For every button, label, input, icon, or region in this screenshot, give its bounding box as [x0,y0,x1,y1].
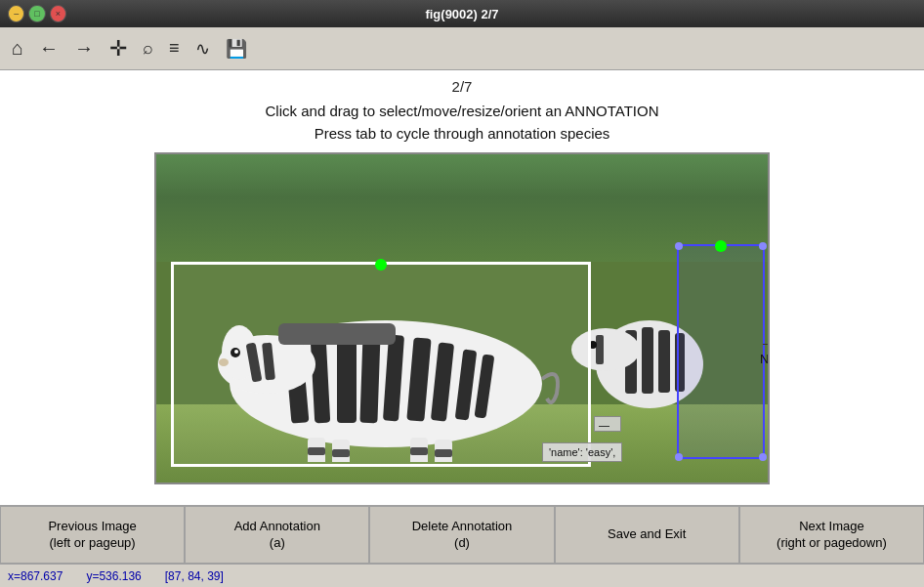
save-button[interactable]: 💾 [222,34,251,63]
instruction-line2: Press tab to cycle through annotation sp… [266,123,659,146]
chart-button[interactable]: ∿ [191,34,214,63]
previous-image-label: Previous Image(left or pageup) [48,519,136,552]
crosshair-icon: ✛ [109,36,127,62]
page-indicator: 2/7 [452,78,473,95]
save-exit-button[interactable]: Save and Exit [555,506,739,564]
save-icon: 💾 [226,38,247,60]
maximize-button[interactable]: □ [28,5,45,22]
y-coordinate: y=536.136 [86,569,141,583]
main-annotation-box[interactable] [171,262,591,467]
svg-rect-28 [642,327,653,394]
corner-handle-tl[interactable] [675,242,683,250]
sliders-button[interactable]: ≡ [165,34,184,63]
mini-tooltip: — [594,416,621,432]
pixel-values: [87, 84, 39] [165,569,224,583]
image-canvas[interactable]: None 'name': 'easy', — [154,152,770,484]
previous-image-button[interactable]: Previous Image(left or pageup) [0,506,185,564]
back-button[interactable]: ← [35,33,63,63]
instruction-line1: Click and drag to select/move/resize/ori… [266,101,659,123]
delete-annotation-button[interactable]: Delete Annotation(d) [369,506,554,564]
none-line [763,344,770,345]
annotation-handle-top[interactable] [375,259,387,271]
home-icon: ⌂ [12,37,23,60]
home-button[interactable]: ⌂ [8,33,27,63]
forward-button[interactable]: → [70,33,98,63]
next-image-button[interactable]: Next Image(right or pagedown) [739,506,924,564]
corner-handle-bl[interactable] [675,453,683,461]
corner-handle-tr[interactable] [759,242,767,250]
zoom-button[interactable]: ⌕ [139,34,157,63]
svg-rect-27 [625,330,637,394]
save-exit-label: Save and Exit [608,526,686,543]
bottom-buttons: Previous Image(left or pageup) Add Annot… [0,505,924,564]
add-annotation-label: Add Annotation(a) [234,519,320,552]
annotation-tooltip: 'name': 'easy', [542,442,622,462]
status-bar: x=867.637 y=536.136 [87, 84, 39] [0,564,924,587]
close-button[interactable]: × [50,5,66,22]
chart-icon: ∿ [195,38,210,60]
forward-icon: → [74,37,94,60]
corner-handle-br[interactable] [759,453,767,461]
sliders-icon: ≡ [169,38,180,59]
toolbar: ⌂ ← → ✛ ⌕ ≡ ∿ 💾 [0,27,924,70]
svg-rect-29 [658,330,670,393]
add-annotation-button[interactable]: Add Annotation(a) [185,506,369,564]
title-bar: – □ × fig(9002) 2/7 [0,0,924,27]
zoom-icon: ⌕ [143,38,153,59]
none-label: None [760,352,770,366]
minimize-button[interactable]: – [8,5,24,22]
svg-rect-32 [596,335,604,364]
window-title: fig(9002) 2/7 [66,7,858,21]
x-coordinate: x=867.637 [8,569,63,583]
second-annotation-box[interactable]: None [677,244,765,459]
delete-annotation-label: Delete Annotation(d) [412,519,513,552]
annotation-handle-top-second[interactable] [715,240,727,252]
crosshair-button[interactable]: ✛ [105,32,131,65]
instruction-text: Click and drag to select/move/resize/ori… [266,101,659,145]
main-content: 2/7 Click and drag to select/move/resize… [0,70,924,505]
back-icon: ← [39,37,59,60]
next-image-label: Next Image(right or pagedown) [777,519,887,552]
